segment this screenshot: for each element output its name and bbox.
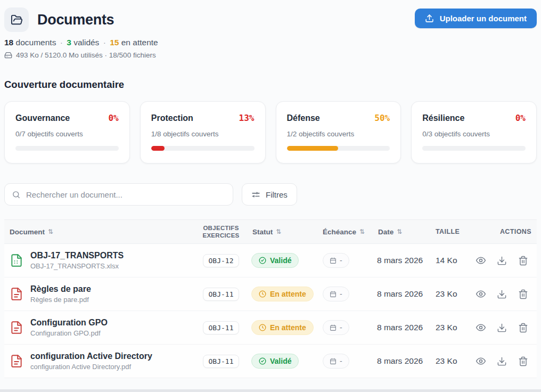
coverage-card: Protection 13% 1/8 objectifs couverts [140, 101, 266, 164]
document-title: OBJ-17_TRANSPORTS [30, 251, 124, 260]
coverage-card-name: Gouvernance [15, 113, 70, 123]
document-cell: Configuration GPO Configuration GPO.pdf [10, 318, 196, 337]
objective-badge: OBJ-12 [203, 254, 240, 267]
objective-badge: OBJ-11 [203, 355, 240, 368]
documents-page: Documents Uploader un document 18 docume… [0, 0, 541, 392]
documents-count: 18 [4, 38, 13, 47]
trash-icon [518, 323, 528, 333]
column-header-status[interactable]: Statut ⇅ [246, 228, 318, 236]
due-date-badge: - [323, 320, 349, 335]
document-cell: Règles de pare Règles de pare.pdf [10, 284, 196, 304]
progress-fill [151, 146, 165, 151]
download-icon [497, 323, 507, 333]
delete-button[interactable] [515, 353, 531, 370]
coverage-card-percent: 0% [108, 113, 118, 123]
clock-icon [259, 324, 266, 331]
coverage-card-subtitle: 0/7 objectifs couverts [15, 130, 119, 138]
document-title: Configuration GPO [30, 318, 108, 328]
documents-table: Document ⇅ OBJECTIFS EXERCICES Statut ⇅ … [4, 219, 537, 378]
download-button[interactable] [494, 320, 510, 336]
download-button[interactable] [494, 286, 510, 303]
column-header-document[interactable]: Document ⇅ [10, 228, 196, 236]
search-box[interactable] [4, 183, 233, 206]
eye-icon [476, 322, 486, 333]
column-header-due-date[interactable]: Échéance ⇅ [318, 228, 372, 236]
sort-icon: ⇅ [48, 228, 53, 235]
upload-button-label: Uploader un document [440, 14, 527, 23]
trash-icon [518, 256, 528, 266]
date-cell: 8 mars 2026 [372, 356, 430, 366]
download-icon [497, 256, 507, 266]
eye-icon [476, 255, 486, 266]
sort-icon: ⇅ [276, 228, 281, 235]
trash-icon [518, 356, 528, 366]
objective-badge: OBJ-11 [203, 321, 240, 334]
storage-usage: 493 Ko / 5120.0 Mo utilisés · 18/500 fic… [4, 51, 537, 59]
document-row[interactable]: OBJ-17_TRANSPORTS OBJ-17_TRANSPORTS.xlsx… [4, 244, 537, 277]
column-header-objectives: OBJECTIFS EXERCICES [196, 224, 246, 240]
date-cell: 8 mars 2026 [372, 289, 430, 299]
pdf-file-icon [10, 321, 23, 334]
page-header: Documents Uploader un document [4, 7, 537, 32]
column-header-date[interactable]: Date ⇅ [372, 228, 430, 236]
size-cell: 14 Ko [430, 256, 472, 265]
coverage-card-percent: 50% [374, 113, 390, 123]
due-date-value: - [340, 256, 342, 265]
view-button[interactable] [472, 320, 489, 336]
check-circle-icon [259, 257, 266, 264]
filters-button[interactable]: Filtres [242, 183, 297, 206]
delete-button[interactable] [515, 286, 531, 303]
validated-count: 3 [67, 38, 71, 47]
view-button[interactable] [472, 286, 489, 303]
separator: · [103, 38, 106, 47]
date-cell: 8 mars 2026 [372, 256, 430, 265]
view-button[interactable] [472, 353, 489, 370]
eye-icon [476, 356, 486, 366]
document-row[interactable]: configuration Active Directory configura… [4, 345, 537, 378]
due-date-value: - [340, 357, 342, 365]
separator: · [60, 38, 63, 47]
document-cell: configuration Active Directory configura… [10, 352, 196, 371]
document-row[interactable]: Configuration GPO Configuration GPO.pdf … [4, 311, 537, 345]
sort-icon: ⇅ [359, 228, 365, 235]
status-label: En attente [270, 323, 306, 332]
trash-icon [518, 289, 528, 299]
progress-fill [287, 146, 339, 151]
search-icon [12, 190, 21, 199]
eye-icon [476, 289, 486, 299]
folder-open-icon [4, 7, 29, 32]
coverage-card-percent: 13% [239, 113, 255, 123]
pending-count-label: en attente [121, 38, 158, 47]
document-title: Règles de pare [30, 284, 91, 294]
view-button[interactable] [472, 252, 489, 269]
download-icon [497, 289, 507, 299]
coverage-card: Défense 50% 1/2 objectifs couverts [276, 101, 401, 164]
date-cell: 8 mars 2026 [372, 323, 430, 332]
status-badge: En attente [251, 320, 314, 335]
bottom-divider [0, 389, 541, 392]
size-cell: 23 Ko [430, 356, 472, 366]
size-cell: 23 Ko [430, 289, 472, 299]
status-label: Validé [270, 256, 291, 265]
delete-button[interactable] [515, 252, 531, 269]
documents-count-label: documents [16, 38, 56, 47]
download-button[interactable] [494, 252, 510, 269]
size-cell: 23 Ko [430, 323, 472, 332]
due-date-value: - [340, 323, 342, 332]
upload-document-button[interactable]: Uploader un document [415, 9, 537, 28]
table-body: OBJ-17_TRANSPORTS OBJ-17_TRANSPORTS.xlsx… [4, 244, 537, 378]
delete-button[interactable] [515, 320, 531, 336]
download-button[interactable] [494, 353, 510, 370]
status-label: En attente [270, 290, 306, 298]
document-row[interactable]: Règles de pare Règles de pare.pdf OBJ-11 [4, 277, 537, 311]
sort-icon: ⇅ [397, 228, 402, 235]
filters-button-label: Filtres [266, 190, 288, 199]
pdf-file-icon [10, 287, 23, 301]
status-badge: Validé [251, 354, 299, 369]
status-badge: Validé [251, 253, 299, 268]
search-input[interactable] [26, 190, 226, 199]
coverage-card-subtitle: 1/8 objectifs couverts [151, 130, 255, 138]
document-filename: configuration Active Directory.pdf [30, 363, 152, 371]
due-date-badge: - [323, 253, 349, 268]
page-title: Documents [37, 12, 114, 28]
